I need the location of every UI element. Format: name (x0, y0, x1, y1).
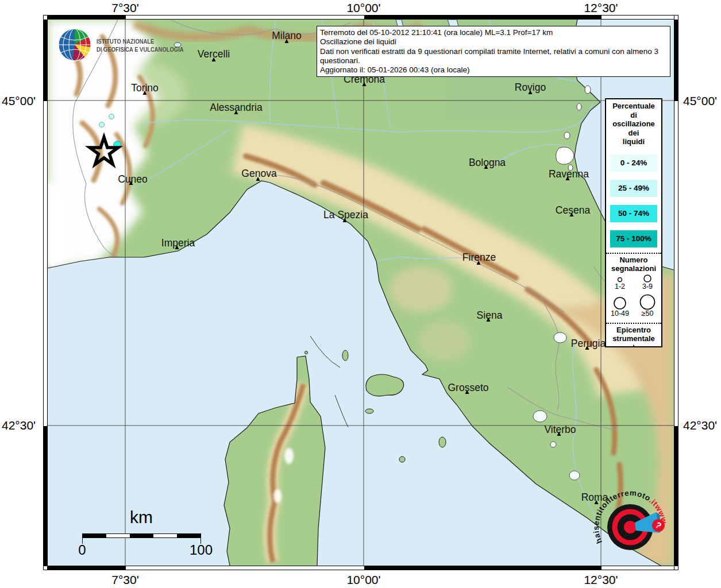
ingv-logo-line1: ISTITUTO NAZIONALE (97, 37, 184, 45)
legend-class-25-49: 25 - 49% (610, 180, 657, 197)
axis-label-bottom-1230: 12°30' (584, 573, 618, 587)
report-dot[interactable] (109, 114, 114, 119)
signal-size-label: 1-2 (615, 283, 625, 291)
felt-report-map-page: { "axes": { "top": ["7°30'", "10°00'", "… (0, 0, 721, 588)
city-label: Rovigo (515, 82, 546, 93)
scalebar-unit: km (130, 508, 153, 527)
terrain-map[interactable]: Milano Vercelli Cremona Rovigo Torino Al… (48, 20, 674, 566)
axis-label-top-730: 7°30' (111, 1, 138, 15)
legend: Percentuale di oscillazione dei liquidi … (605, 98, 662, 347)
signal-size-3-9: 3-9 (634, 274, 661, 291)
scalebar-min: 0 (78, 542, 86, 558)
signal-size-label: ≥50 (642, 310, 654, 318)
legend-signal-sizes: 1-2 3-9 10-49 ≥50 (606, 274, 661, 318)
city-label: Genova (241, 168, 277, 179)
legend-title-line: di (606, 111, 661, 120)
city-label: Bologna (469, 157, 506, 168)
earthquake-info-box: Terremoto del 05-10-2012 21:10:41 (ora l… (317, 26, 670, 77)
city-label: Ravenna (549, 168, 589, 180)
legend-title-line: Percentuale (606, 102, 661, 111)
legend-class-75-100: 75 - 100% (610, 230, 657, 247)
city-label: Cesena (556, 204, 591, 216)
circle-size-3-icon (612, 296, 627, 310)
signal-size-label: 10-49 (611, 310, 629, 318)
city-label: Grosseto (448, 382, 489, 393)
info-line-effect: Oscillazione dei liquidi (320, 37, 667, 47)
scalebar (82, 533, 201, 538)
logo-target-center (624, 521, 637, 533)
signal-size-1-2: 1-2 (606, 276, 634, 291)
haisentitoilterremoto-logo[interactable]: ? haisentitoilterremoto.itwww. (592, 486, 679, 573)
city-label: Milano (272, 30, 302, 41)
legend-title: Percentuale di oscillazione dei liquidi (606, 102, 661, 146)
city-label: Siena (477, 310, 503, 321)
axis-label-bottom-1000: 10°00' (346, 573, 380, 587)
ingv-logo: ISTITUTO NAZIONALE DI GEOFISICA E VULCAN… (57, 28, 203, 63)
city-label: Torino (131, 82, 159, 94)
legend-epicenter-title: Epicentro strumentale (606, 326, 661, 343)
info-line-event: Terremoto del 05-10-2012 21:10:41 (ora l… (320, 28, 667, 37)
legend-class-0-24: 0 - 24% (610, 154, 657, 172)
legend-signals-title: Numero segnalazioni (606, 256, 661, 273)
legend-separator (606, 253, 661, 254)
ingv-logo-text: ISTITUTO NAZIONALE DI GEOFISICA E VULCAN… (97, 37, 184, 53)
frame-top (43, 15, 678, 20)
city-label: Perugia (571, 338, 606, 349)
legend-title-line: liquidi (606, 137, 661, 146)
city-label: La Spezia (323, 209, 368, 220)
axis-label-left-4230: 42°30' (2, 419, 36, 432)
city-label: Firenze (462, 252, 496, 263)
ingv-globe-icon (57, 28, 93, 63)
circle-size-4-icon (639, 294, 656, 310)
frame-bottom (43, 566, 678, 570)
signal-size-10-49: 10-49 (606, 296, 634, 318)
ingv-logo-line2: DI GEOFISICA E VULCANOLOGIA (97, 45, 184, 53)
legend-title-line: oscillazione (606, 119, 661, 129)
legend-separator (606, 323, 661, 324)
axis-label-right-4500: 45°00' (683, 94, 717, 108)
axis-label-bottom-730: 7°30' (111, 573, 138, 587)
legend-class-50-74: 50 - 74% (610, 205, 657, 222)
legend-title-line: dei (606, 129, 661, 138)
city-label: Alessandria (210, 102, 263, 113)
signal-size-label: 3-9 (642, 283, 653, 291)
circle-size-2-icon (642, 274, 653, 283)
scalebar-max: 100 (190, 542, 213, 558)
frame-left (43, 15, 48, 570)
axis-label-left-4500: 45°00' (2, 94, 36, 108)
report-dot[interactable] (99, 122, 105, 127)
signal-size-50plus: ≥50 (634, 294, 661, 318)
map-frame: Milano Vercelli Cremona Rovigo Torino Al… (43, 15, 678, 570)
axis-label-right-4230: 42°30' (683, 419, 717, 432)
city-label: Imperia (161, 237, 195, 249)
city-label: Viterbo (544, 424, 576, 435)
city-label: Cuneo (118, 173, 148, 185)
circle-size-1-icon (616, 276, 624, 283)
info-line-disclaimer: Dati non verificati estratti da 9 questi… (320, 47, 667, 66)
epicenter-star-icon (624, 344, 643, 348)
axis-label-top-1000: 10°00' (346, 1, 380, 15)
axis-label-top-1230: 12°30' (584, 1, 618, 15)
info-line-updated: Aggiornato il: 05-01-2026 00:43 (ora loc… (320, 65, 667, 75)
